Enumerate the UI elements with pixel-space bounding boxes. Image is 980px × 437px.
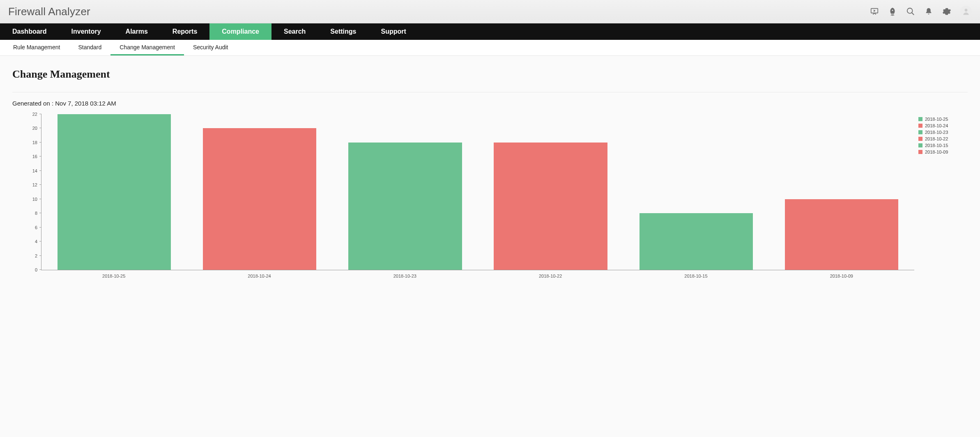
app-header: Firewall Analyzer — [0, 0, 980, 23]
x-axis-label: 2018-10-22 — [478, 274, 623, 278]
y-tick-label: 4 — [35, 239, 37, 244]
bar-slot — [623, 114, 769, 270]
x-axis-label: 2018-10-09 — [769, 274, 914, 278]
y-tick-mark — [39, 269, 41, 270]
y-tick-label: 8 — [35, 211, 37, 216]
svg-line-6 — [912, 13, 914, 15]
y-tick-mark — [39, 156, 41, 156]
bar-slot — [478, 114, 623, 270]
header-actions — [870, 6, 972, 17]
legend-swatch — [918, 117, 922, 121]
legend-label: 2018-10-09 — [925, 150, 948, 154]
legend-item[interactable]: 2018-10-15 — [918, 143, 968, 148]
sub-nav-item[interactable]: Security Audit — [184, 40, 237, 55]
svg-point-7 — [965, 9, 968, 12]
y-tick-label: 2 — [35, 253, 37, 258]
sub-nav-item[interactable]: Rule Management — [4, 40, 69, 55]
main-nav-item[interactable]: Dashboard — [0, 23, 59, 40]
legend-swatch — [918, 130, 922, 134]
legend-swatch — [918, 150, 922, 154]
divider — [12, 92, 968, 92]
chart-bar[interactable] — [640, 213, 753, 270]
search-icon[interactable] — [906, 7, 915, 16]
main-nav-item[interactable]: Support — [368, 23, 418, 40]
y-tick-mark — [39, 199, 41, 199]
y-tick-mark — [39, 114, 41, 114]
y-tick-label: 10 — [32, 197, 37, 202]
user-avatar[interactable] — [960, 6, 972, 17]
main-nav-item[interactable]: Settings — [318, 23, 368, 40]
app-title: Firewall Analyzer — [8, 5, 90, 18]
chart-area: 0246810121416182022 2018-10-252018-10-24… — [12, 114, 918, 278]
sub-nav: Rule ManagementStandardChange Management… — [0, 40, 980, 56]
legend-swatch — [918, 143, 922, 147]
y-tick-label: 16 — [32, 154, 37, 159]
main-nav-item[interactable]: Alarms — [113, 23, 160, 40]
svg-point-4 — [892, 10, 893, 11]
chart-container: 0246810121416182022 2018-10-252018-10-24… — [12, 114, 968, 278]
chart-plot: 0246810121416182022 — [41, 114, 914, 270]
gear-icon[interactable] — [942, 7, 951, 16]
sub-nav-item[interactable]: Change Management — [110, 40, 184, 55]
x-axis-label: 2018-10-24 — [186, 274, 332, 278]
x-axis-label: 2018-10-23 — [332, 274, 478, 278]
main-nav-item[interactable]: Search — [271, 23, 318, 40]
legend-label: 2018-10-25 — [925, 117, 948, 122]
legend-item[interactable]: 2018-10-25 — [918, 117, 968, 122]
main-nav-item[interactable]: Compliance — [209, 23, 271, 40]
chart-bar[interactable] — [785, 199, 898, 270]
generated-on: Generated on : Nov 7, 2018 03:12 AM — [12, 100, 968, 107]
bar-slot — [769, 114, 914, 270]
legend-item[interactable]: 2018-10-24 — [918, 123, 968, 128]
chart-bar[interactable] — [203, 128, 316, 270]
generated-on-prefix: Generated on : — [12, 100, 55, 107]
y-tick-mark — [39, 142, 41, 143]
y-tick-label: 0 — [35, 267, 37, 272]
legend-label: 2018-10-24 — [925, 123, 948, 128]
y-tick-mark — [39, 227, 41, 228]
legend-item[interactable]: 2018-10-09 — [918, 150, 968, 154]
legend-item[interactable]: 2018-10-22 — [918, 136, 968, 141]
bar-slot — [41, 114, 187, 270]
y-tick-mark — [39, 128, 41, 128]
y-tick-label: 12 — [32, 182, 37, 187]
legend-label: 2018-10-23 — [925, 130, 948, 135]
main-nav-item[interactable]: Reports — [160, 23, 209, 40]
bar-slot — [187, 114, 332, 270]
bars-row — [41, 114, 914, 270]
chart-legend: 2018-10-252018-10-242018-10-232018-10-22… — [918, 114, 968, 156]
x-axis-label: 2018-10-25 — [41, 274, 186, 278]
y-tick-label: 22 — [32, 112, 37, 117]
y-tick-mark — [39, 213, 41, 213]
y-tick-label: 14 — [32, 168, 37, 173]
y-tick-mark — [39, 255, 41, 256]
presentation-icon[interactable] — [870, 7, 879, 16]
main-nav: DashboardInventoryAlarmsReportsComplianc… — [0, 23, 980, 40]
chart-bar[interactable] — [58, 114, 171, 270]
svg-marker-1 — [874, 9, 876, 12]
legend-label: 2018-10-22 — [925, 136, 948, 141]
bar-slot — [332, 114, 478, 270]
bell-icon[interactable] — [924, 7, 933, 16]
main-nav-item[interactable]: Inventory — [59, 23, 113, 40]
legend-label: 2018-10-15 — [925, 143, 948, 148]
svg-point-5 — [907, 8, 913, 14]
legend-swatch — [918, 137, 922, 141]
sub-nav-item[interactable]: Standard — [69, 40, 110, 55]
y-tick-label: 18 — [32, 140, 37, 145]
y-tick-mark — [39, 241, 41, 242]
y-tick-mark — [39, 170, 41, 171]
y-tick-mark — [39, 184, 41, 185]
legend-swatch — [918, 124, 922, 128]
rocket-icon[interactable] — [888, 7, 897, 16]
chart-bar[interactable] — [348, 143, 462, 270]
chart-bar[interactable] — [494, 143, 607, 270]
y-tick-label: 20 — [32, 126, 37, 131]
legend-item[interactable]: 2018-10-23 — [918, 130, 968, 135]
page-title: Change Management — [12, 68, 968, 80]
y-tick-label: 6 — [35, 225, 37, 230]
x-axis-labels: 2018-10-252018-10-242018-10-232018-10-22… — [41, 274, 914, 278]
page-content: Change Management Generated on : Nov 7, … — [0, 56, 980, 291]
generated-on-value: Nov 7, 2018 03:12 AM — [55, 100, 116, 107]
x-axis-label: 2018-10-15 — [623, 274, 768, 278]
